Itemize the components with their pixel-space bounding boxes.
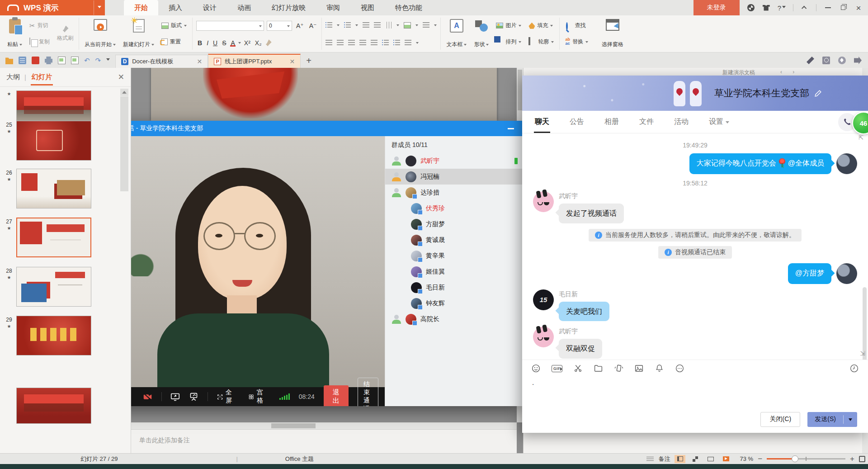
menu-tab-design[interactable]: 设计: [193, 0, 227, 15]
emoji-icon[interactable]: [531, 364, 541, 373]
wps-logo[interactable]: WPS 演示: [0, 0, 105, 15]
clear-format-icon[interactable]: [265, 39, 272, 46]
reading-view-button[interactable]: [705, 455, 716, 463]
zoom-level[interactable]: 73 %: [740, 455, 753, 462]
slide-thumb-26[interactable]: 26★: [2, 169, 91, 208]
textbox-button[interactable]: A 文本框: [444, 18, 468, 50]
more-tools-icon[interactable]: [675, 364, 684, 373]
message-incoming[interactable]: 武昕宇 双融双促: [533, 327, 857, 359]
member-row[interactable]: 钟友辉: [385, 295, 522, 311]
outline-tab[interactable]: 大纲: [6, 73, 20, 81]
member-row[interactable]: 姬佳翼: [385, 264, 522, 280]
close-button[interactable]: ×: [854, 4, 863, 12]
menu-tab-slideshow[interactable]: 幻灯片放映: [261, 0, 316, 15]
avatar[interactable]: 15: [533, 289, 554, 310]
text-direction-icon[interactable]: [386, 22, 392, 28]
notes-pane[interactable]: 单击此处添加备注: [131, 429, 517, 453]
shapes-button[interactable]: 形状: [472, 18, 491, 50]
arrange-button[interactable]: 排列: [494, 37, 523, 47]
subscript-button[interactable]: X₂: [254, 39, 263, 47]
screenshot-icon[interactable]: [573, 364, 583, 373]
slide-sorter-button[interactable]: [690, 455, 701, 463]
grid-view-button[interactable]: 宫格: [248, 388, 266, 405]
edit-title-icon[interactable]: [814, 89, 822, 98]
member-row[interactable]: 毛日新: [385, 280, 522, 295]
slide-thumb-28[interactable]: 28★: [2, 267, 91, 307]
shrink-font-button[interactable]: A⁻: [308, 22, 318, 29]
zoom-slider[interactable]: [767, 458, 845, 460]
replace-button[interactable]: abac替换: [563, 37, 590, 47]
skin-icon[interactable]: [762, 4, 770, 12]
numbered-list-icon[interactable]: [344, 22, 351, 28]
slide-thumb-29[interactable]: 29★: [2, 316, 91, 355]
avatar[interactable]: [533, 327, 554, 347]
close-tab-icon[interactable]: ✕: [197, 58, 202, 65]
camera-muted-icon[interactable]: [143, 392, 152, 402]
current-slide-partial[interactable]: [151, 68, 497, 121]
new-slide-button[interactable]: 新建幻灯片: [121, 18, 156, 50]
member-row[interactable]: 方甜梦: [385, 216, 522, 232]
chat-scrollbar[interactable]: [863, 287, 867, 360]
send-file-icon[interactable]: [594, 364, 603, 373]
shake-window-icon[interactable]: [614, 364, 623, 373]
align-right-icon[interactable]: [348, 40, 355, 46]
close-chat-button[interactable]: 关闭(C): [760, 412, 800, 427]
send-image-icon[interactable]: [634, 364, 644, 373]
distribute-icon[interactable]: [371, 40, 377, 46]
outline-button[interactable]: 轮廓: [527, 37, 556, 47]
undo-icon[interactable]: ↶: [84, 57, 90, 64]
print-preview-icon[interactable]: [58, 57, 66, 64]
italic-button[interactable]: I: [205, 39, 210, 47]
grow-font-button[interactable]: A⁺: [295, 22, 305, 29]
message-bubble[interactable]: @方甜梦: [788, 263, 831, 284]
message-bubble[interactable]: 发起了视频通话: [559, 204, 624, 223]
whiteboard-icon[interactable]: [189, 392, 198, 402]
message-incoming[interactable]: 武昕宇 发起了视频通话: [533, 191, 857, 223]
normal-view-button[interactable]: [675, 455, 685, 463]
align-left-icon[interactable]: [326, 40, 332, 46]
export-pdf-icon[interactable]: [32, 57, 39, 64]
scroll-to-bottom-icon[interactable]: ⇲: [860, 350, 865, 357]
save-icon[interactable]: [19, 57, 26, 64]
tab-activities[interactable]: 活动: [673, 111, 689, 133]
help-icon[interactable]: ?: [778, 4, 786, 12]
notification-bell-icon[interactable]: [655, 364, 664, 373]
fit-slide-button[interactable]: [859, 456, 865, 462]
reset-button[interactable]: 重置: [160, 37, 189, 47]
share-screen-icon[interactable]: [170, 392, 180, 402]
doc-tab-docer[interactable]: D Docer-在线模板 ✕: [115, 55, 208, 68]
member-row[interactable]: 冯冠楠: [385, 169, 522, 185]
slide-thumb-partial-bottom[interactable]: [2, 388, 91, 424]
picture-button[interactable]: 图片: [494, 21, 523, 30]
share-icon[interactable]: [854, 57, 862, 64]
line-height-icon[interactable]: [423, 22, 429, 28]
close-panel-icon[interactable]: ✕: [118, 72, 124, 82]
font-color-button[interactable]: A: [229, 39, 236, 47]
para-spacing-inc-icon[interactable]: [382, 40, 389, 46]
play-from-current-button[interactable]: 从当前开始: [83, 18, 118, 50]
collapse-ribbon-icon[interactable]: [801, 4, 809, 12]
toolbar-caret[interactable]: [106, 58, 110, 62]
strikethrough-button[interactable]: S: [221, 39, 227, 47]
message-bubble[interactable]: 双融双促: [559, 339, 602, 359]
slides-panel-scrollbar[interactable]: [120, 89, 129, 451]
tab-chat[interactable]: 聊天: [534, 111, 550, 133]
chat-message-list[interactable]: 19:49:29 大家记得今晚八点开党会@全体成员 19:58:12 武昕宇 发…: [522, 133, 868, 360]
message-bubble[interactable]: 大家记得今晚八点开党会@全体成员: [689, 153, 831, 174]
bullet-list-icon[interactable]: [326, 22, 332, 28]
video-feed[interactable]: 武昕宇: [93, 136, 385, 406]
message-bubble[interactable]: 关麦吧我们: [559, 302, 609, 322]
message-history-icon[interactable]: [849, 364, 859, 373]
copy-button[interactable]: 复制: [28, 37, 52, 47]
fill-button[interactable]: 填充: [527, 21, 556, 30]
call-window-titlebar[interactable]: QQ电话 - 草业学院本科生党支部: [93, 121, 522, 136]
zoom-slider-thumb[interactable]: [792, 455, 798, 462]
send-options-caret[interactable]: [844, 417, 857, 422]
menu-tab-home[interactable]: 开始: [124, 0, 158, 15]
member-row[interactable]: 达珍措: [385, 185, 522, 200]
bold-button[interactable]: B: [196, 39, 203, 47]
selection-pane-button[interactable]: 选择窗格: [600, 18, 625, 50]
notes-toggle-icon[interactable]: [646, 457, 654, 461]
member-row[interactable]: 黄诚晟: [385, 232, 522, 248]
slide-thumb-25[interactable]: 25★: [2, 121, 91, 161]
